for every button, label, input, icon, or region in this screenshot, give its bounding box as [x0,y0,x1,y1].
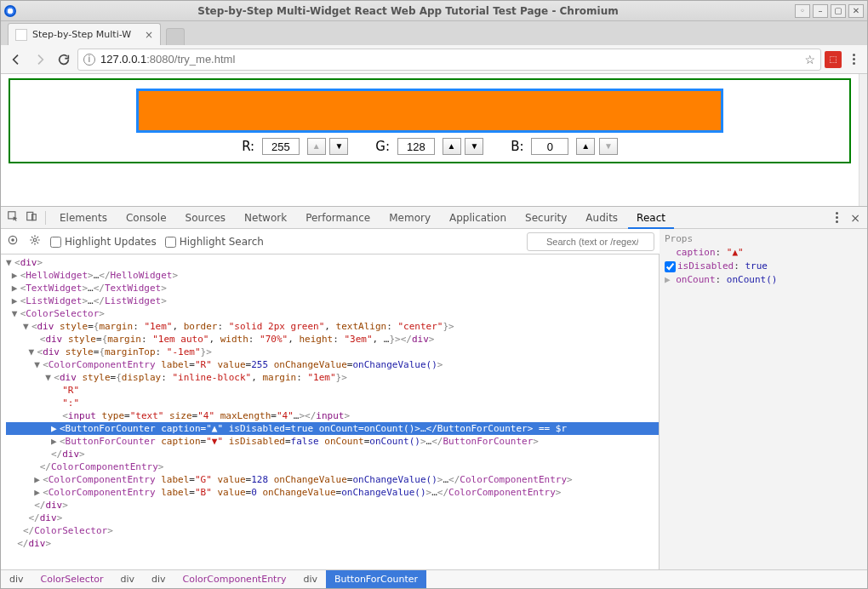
color-component-b: B: ▲ ▼ [511,138,618,155]
props-header: Props [665,232,862,246]
tab-audits[interactable]: Audits [577,207,626,228]
tab-application[interactable]: Application [441,207,515,228]
address-bar[interactable]: i 127.0.0.1:8080/try_me.html ☆ [77,49,821,71]
tab-network[interactable]: Network [236,207,295,228]
rgb-controls: R: ▲ ▼ G: ▲ ▼ B: [10,138,849,162]
tab-react[interactable]: React [628,207,674,228]
selected-tree-node[interactable]: ▶<ButtonForCounter caption="▲" isDisable… [6,422,659,435]
color-selector: R: ▲ ▼ G: ▲ ▼ B: [9,78,851,163]
r-up-button[interactable]: ▲ [307,138,326,155]
tab-security[interactable]: Security [517,207,575,228]
isdisabled-checkbox[interactable] [665,261,676,272]
tab-memory[interactable]: Memory [380,207,439,228]
b-up-button[interactable]: ▲ [576,138,595,155]
g-up-button[interactable]: ▲ [443,138,461,155]
tab-elements[interactable]: Elements [51,207,116,228]
color-component-r: R: ▲ ▼ [242,138,348,155]
tab-close-button[interactable]: × [145,29,153,41]
viewport: R: ▲ ▼ G: ▲ ▼ B: [1,74,867,588]
window-unfocus-button[interactable]: ◦ [795,4,810,18]
tab-label: Step-by-Step Multi-W [32,29,140,40]
highlight-updates-checkbox[interactable]: Highlight Updates [50,236,157,248]
tab-performance[interactable]: Performance [297,207,379,228]
extension-button[interactable]: ⬚ [825,51,842,68]
devtools-close-button[interactable]: × [847,211,864,225]
react-toolbar: Highlight Updates Highlight Search 🔍 [1,229,660,254]
crumb-colorselector[interactable]: ColorSelector [32,570,112,588]
browser-tab[interactable]: Step-by-Step Multi-W × [8,23,161,45]
chrome-menu-button[interactable] [845,54,862,65]
crumb-div3[interactable]: div [143,570,174,588]
react-settings-icon[interactable] [28,234,42,249]
color-component-g: G: ▲ ▼ [375,138,483,155]
crumb-colorcomponententry[interactable]: ColorComponentEntry [174,570,295,588]
r-input[interactable] [262,138,300,155]
chromium-icon [4,5,16,17]
prop-caption: caption: "▲" [665,246,862,260]
g-down-button[interactable]: ▼ [465,138,483,155]
window-maximize-button[interactable]: ▢ [831,4,846,18]
devtools-menu-button[interactable] [828,212,845,223]
prop-isdisabled: isDisabled: true [665,260,862,273]
reload-button[interactable] [54,49,74,70]
url-host: 127.0.0.1:8080/try_me.html [100,53,235,66]
tab-console[interactable]: Console [117,207,175,228]
b-input[interactable] [531,138,568,155]
g-label: G: [375,139,390,154]
g-input[interactable] [397,138,435,155]
b-label: B: [511,139,523,154]
toolbar: i 127.0.0.1:8080/try_me.html ☆ ⬚ [1,45,867,74]
react-breadcrumb: div ColorSelector div div ColorComponent… [1,569,867,588]
react-props-panel: Props caption: "▲" isDisabled: true ▶ on… [660,229,867,569]
page-content: R: ▲ ▼ G: ▲ ▼ B: [1,74,859,206]
svg-point-5 [11,238,14,242]
devtools-tabs: Elements Console Sources Network Perform… [1,207,867,229]
bookmark-star-icon[interactable]: ☆ [804,53,815,66]
new-tab-button[interactable] [166,28,185,45]
site-info-icon[interactable]: i [83,54,95,66]
inspect-element-icon[interactable] [4,210,21,225]
device-toggle-icon[interactable] [23,210,40,225]
forward-button[interactable] [30,49,50,70]
tab-sources[interactable]: Sources [177,207,234,228]
b-down-button[interactable]: ▼ [599,138,618,155]
crumb-div4[interactable]: div [294,570,326,588]
window-minimize-button[interactable]: – [813,4,828,18]
crumb-buttonforcounter[interactable]: ButtonForCounter [326,570,426,588]
color-swatch [136,89,723,133]
r-down-button[interactable]: ▼ [329,138,348,155]
back-button[interactable] [6,49,26,70]
react-component-tree[interactable]: ▼<div> ▶<HelloWidget>…</HelloWidget> ▶<T… [1,254,660,569]
tab-strip: Step-by-Step Multi-W × [1,21,867,45]
window-close-button[interactable]: ✕ [848,4,864,18]
browser-window: Step-by-Step Multi-Widget React Web App … [0,0,868,589]
prop-oncount: ▶ onCount: onCount() [665,273,862,287]
favicon-icon [15,29,27,41]
react-search-input[interactable] [527,232,654,251]
crumb-div[interactable]: div [1,570,32,588]
r-label: R: [242,139,254,154]
page-scrollbar[interactable] [859,74,867,206]
window-titlebar: Step-by-Step Multi-Widget React Web App … [1,1,867,21]
window-title: Step-by-Step Multi-Widget React Web App … [21,5,795,17]
crumb-div2[interactable]: div [111,570,143,588]
devtools-panel: Elements Console Sources Network Perform… [1,206,867,588]
inspect-react-icon[interactable] [6,234,20,249]
highlight-search-checkbox[interactable]: Highlight Search [165,236,264,248]
svg-point-6 [33,238,37,242]
